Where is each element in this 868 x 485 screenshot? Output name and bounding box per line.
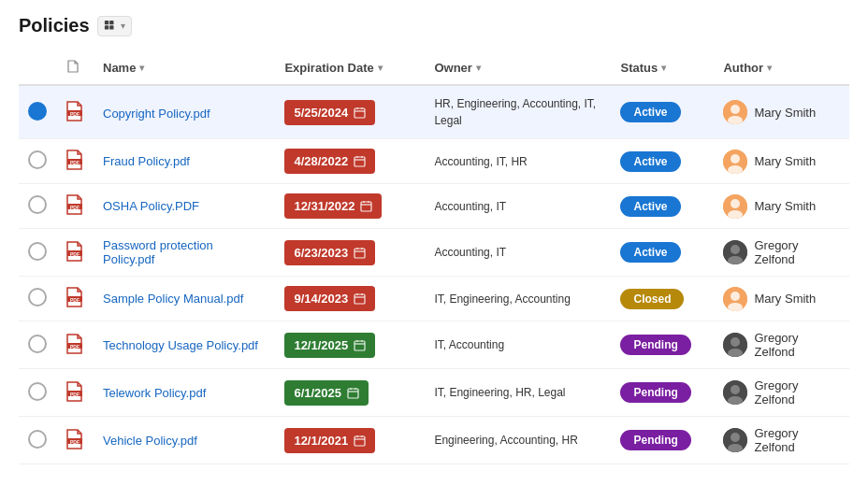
calendar-icon [360,200,372,212]
row-checkbox[interactable] [28,150,47,169]
owner-cell: IT, Engineering, HR, Legal [425,369,611,417]
file-name-link[interactable]: OSHA Policy.PDF [103,199,199,213]
table-header-row: Name ▾ Expiration Date ▾ Owner ▾ Status [19,51,849,85]
owner-cell: IT, Accounting [425,321,611,369]
row-checkbox-cell [19,417,56,464]
pdf-file-icon: PDF [65,150,84,170]
pdf-file-icon: PDF [65,429,84,449]
th-owner[interactable]: Owner ▾ [425,51,611,85]
status-cell: Active [611,229,714,277]
row-checkbox-cell [19,321,56,369]
status-cell: Active [611,139,714,184]
row-checkbox[interactable] [28,242,47,261]
author-name: Gregory Zelfond [754,378,840,407]
row-checkbox[interactable] [28,382,47,401]
share-button[interactable] [218,103,239,122]
status-badge: Closed [620,289,684,309]
view-toggle-button[interactable]: ▾ [97,16,132,36]
pdf-file-icon: PDF [65,381,84,402]
author-info: Mary Smith [723,194,840,219]
calendar-icon [354,107,366,119]
file-name-link[interactable]: Password protection Policy.pdf [103,238,213,266]
author-name: Gregory Zelfond [754,331,840,359]
svg-text:PDF: PDF [70,439,80,445]
owner-cell: Accounting, IT, HR [425,139,611,184]
row-checkbox[interactable] [28,102,47,121]
status-cell: Pending [611,417,714,464]
expiration-date-badge: 4/28/2022 [284,149,375,174]
svg-rect-1 [109,20,113,23]
expiration-date-cell: 12/1/2021 [275,417,425,464]
view-toggle-chevron: ▾ [121,21,125,31]
svg-text:PDF: PDF [70,392,80,397]
expiration-date-cell: 4/28/2022 [275,139,425,184]
owner-value: HR, Engineering, Accounting, IT, Legal [434,97,596,127]
svg-text:PDF: PDF [70,205,80,210]
expiration-date-cell: 9/14/2023 [275,277,425,321]
file-name-link[interactable]: Technology Usage Policy.pdf [103,338,258,352]
svg-text:PDF: PDF [70,344,80,349]
row-checkbox-cell [19,229,56,277]
status-cell: Pending [611,321,714,369]
expiration-date-badge: 6/1/2025 [284,380,369,406]
table-row: PDF Copyright Policy.pdf ··· 5/25/2024 H… [19,85,849,139]
author-avatar [723,150,747,174]
table-row: PDF Fraud Policy.pdf 4/28/2022 Accountin… [19,139,849,184]
expiration-date-cell: 5/25/2024 [275,85,425,139]
file-name-link[interactable]: Vehicle Policy.pdf [103,434,197,448]
row-checkbox[interactable] [28,288,47,307]
pdf-file-icon: PDF [65,241,84,262]
owner-cell: Accounting, IT [425,184,611,229]
expiration-date-badge: 9/14/2023 [284,286,375,311]
row-checkbox[interactable] [28,335,47,353]
status-badge: Pending [620,382,690,403]
author-avatar [723,194,747,219]
file-name-link[interactable]: Fraud Policy.pdf [103,154,190,168]
owner-cell: HR, Engineering, Accounting, IT, Legal [425,85,611,139]
status-cell: Active [611,184,714,229]
file-name-link[interactable]: Sample Policy Manual.pdf [103,292,243,306]
author-info: Gregory Zelfond [723,331,840,359]
file-type-cell: PDF [56,85,94,139]
row-checkbox-cell [19,369,56,417]
expiration-date-badge: 12/31/2022 [284,193,382,219]
file-col-icon [65,59,80,74]
svg-point-65 [731,385,740,394]
row-checkbox[interactable] [28,195,47,214]
calendar-icon [347,387,359,399]
th-expiration[interactable]: Expiration Date ▾ [275,51,425,85]
expiration-date-badge: 6/23/2023 [284,240,375,265]
author-avatar [723,333,747,357]
calendar-icon [354,292,366,305]
svg-rect-60 [348,389,358,398]
th-status[interactable]: Status ▾ [611,51,714,85]
expiration-date-cell: 12/1/2025 [275,321,425,369]
file-name-cell: Telework Policy.pdf [94,369,275,417]
author-info: Mary Smith [723,100,840,124]
table-row: PDF Telework Policy.pdf 6/1/2025 IT, Eng… [19,369,849,417]
file-name-cell: Sample Policy Manual.pdf [94,277,275,321]
policies-table: Name ▾ Expiration Date ▾ Owner ▾ Status [19,51,849,464]
pdf-file-icon: PDF [65,334,84,354]
author-avatar [723,380,747,405]
author-info: Gregory Zelfond [723,378,840,407]
file-name-link[interactable]: Copyright Policy.pdf [103,107,210,121]
author-avatar [723,287,747,311]
more-options-button[interactable]: ··· [244,103,263,121]
author-avatar [723,240,747,264]
file-name-link[interactable]: Telework Policy.pdf [103,386,206,400]
svg-point-29 [731,199,740,208]
expiration-date-badge: 12/1/2021 [284,428,375,453]
row-checkbox[interactable] [28,430,47,449]
author-avatar [723,428,747,452]
author-cell: Mary Smith [714,139,849,184]
th-name[interactable]: Name ▾ [94,51,275,85]
th-author[interactable]: Author ▾ [714,51,849,85]
owner-value: IT, Engineering, HR, Legal [434,386,565,399]
svg-rect-42 [354,294,365,304]
file-name-cell: Password protection Policy.pdf [94,229,275,277]
status-sort-icon: ▾ [661,63,666,73]
svg-rect-6 [354,108,365,118]
file-name-cell: OSHA Policy.PDF [94,184,275,229]
file-type-cell: PDF [56,277,94,321]
